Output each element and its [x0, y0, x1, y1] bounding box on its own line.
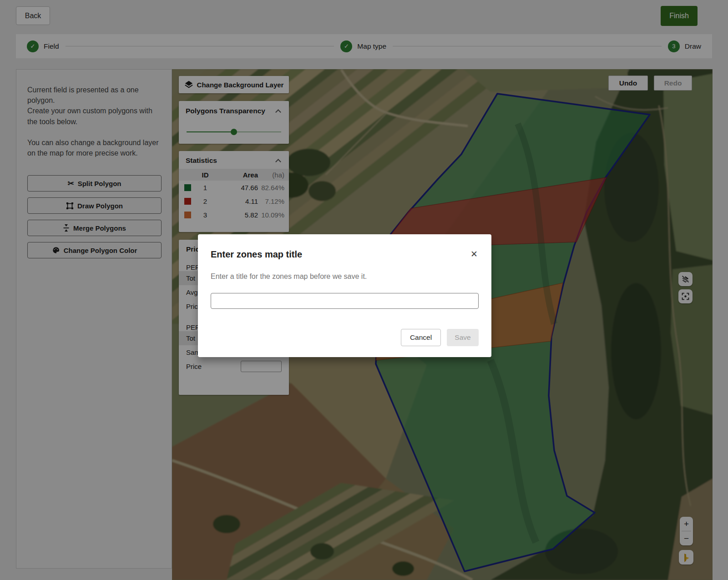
dialog-actions: Cancel Save — [401, 329, 479, 346]
close-icon[interactable]: ✕ — [468, 248, 480, 260]
save-button[interactable]: Save — [447, 329, 479, 346]
cancel-button[interactable]: Cancel — [401, 329, 441, 346]
zones-map-title-input[interactable] — [211, 293, 479, 309]
zones-title-dialog: Enter zones map title ✕ Enter a title fo… — [198, 234, 491, 357]
dialog-message: Enter a title for the zones map before w… — [211, 272, 367, 281]
dialog-title: Enter zones map title — [211, 249, 302, 260]
draw-zones-page: Back Finish ✓ Field ✓ Map type 3 Draw Cu… — [0, 0, 728, 580]
